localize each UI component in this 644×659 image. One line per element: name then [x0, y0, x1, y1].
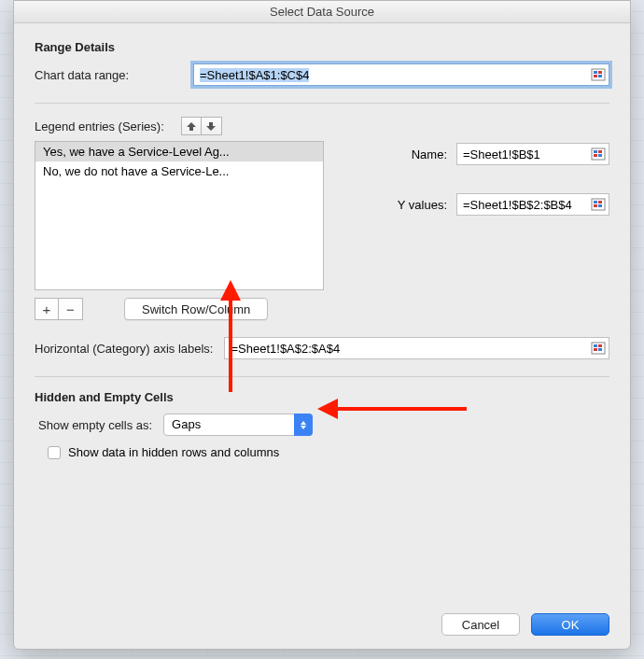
series-yvalues-label: Y values: [367, 198, 447, 212]
svg-rect-1 [594, 71, 597, 74]
dialog-buttons: Cancel OK [441, 613, 609, 636]
remove-series-button[interactable]: − [59, 298, 83, 320]
chart-data-range-label: Chart data range: [35, 68, 193, 82]
move-series-up-button[interactable] [181, 117, 202, 135]
add-remove-series-buttons: + − [35, 298, 83, 320]
chart-data-range-row: Chart data range: [35, 63, 609, 86]
range-picker-icon[interactable] [591, 198, 606, 211]
svg-rect-17 [598, 344, 602, 347]
list-item[interactable]: No, we do not have a Service-Le... [35, 161, 323, 181]
svg-rect-11 [594, 201, 597, 203]
add-series-button[interactable]: + [35, 298, 59, 320]
svg-rect-9 [598, 154, 602, 157]
range-picker-icon[interactable] [591, 68, 606, 81]
series-yvalues-input[interactable] [456, 193, 609, 216]
svg-rect-12 [598, 201, 602, 203]
horizontal-axis-label: Horizontal (Category) axis labels: [35, 342, 213, 356]
ok-button[interactable]: OK [531, 613, 609, 636]
chart-data-range-input[interactable] [193, 63, 609, 86]
legend-right-column: Name: [367, 141, 609, 290]
svg-rect-16 [594, 344, 597, 347]
series-reorder-buttons [181, 117, 222, 135]
svg-rect-6 [594, 150, 597, 153]
show-hidden-row: Show data in hidden rows and columns [48, 445, 609, 459]
series-name-input-wrap [456, 143, 609, 165]
chevron-updown-icon [294, 414, 313, 436]
show-empty-value: Gaps [163, 414, 313, 436]
range-picker-icon[interactable] [591, 342, 606, 355]
legend-entries-label: Legend entries (Series): [35, 119, 164, 133]
move-series-down-button[interactable] [202, 117, 222, 135]
horizontal-axis-row: Horizontal (Category) axis labels: [35, 337, 609, 359]
legend-entries-header: Legend entries (Series): [35, 117, 609, 135]
show-empty-select[interactable]: Gaps [163, 414, 313, 436]
horizontal-axis-input[interactable] [224, 337, 609, 359]
horizontal-axis-input-wrap [224, 337, 609, 359]
series-name-label: Name: [367, 147, 447, 161]
svg-rect-3 [594, 75, 597, 77]
range-details-heading: Range Details [35, 40, 609, 54]
series-listbox[interactable]: Yes, we have a Service-Level Ag... No, w… [35, 141, 324, 290]
dialog-title: Select Data Source [14, 1, 630, 23]
svg-rect-8 [594, 154, 597, 157]
show-empty-label: Show empty cells as: [38, 418, 152, 432]
svg-rect-7 [598, 150, 602, 153]
show-hidden-checkbox[interactable] [48, 446, 61, 459]
chart-data-range-input-wrap [193, 63, 609, 86]
series-yvalues-row: Y values: [367, 193, 609, 216]
switch-row-column-button[interactable]: Switch Row/Column [124, 298, 268, 320]
legend-columns: Yes, we have a Service-Level Ag... No, w… [35, 141, 609, 290]
dialog-content: Range Details Chart data range: L [14, 23, 630, 472]
range-picker-icon[interactable] [591, 147, 606, 161]
svg-rect-4 [598, 75, 602, 77]
svg-rect-18 [594, 348, 597, 351]
show-hidden-label: Show data in hidden rows and columns [68, 445, 279, 459]
show-empty-row: Show empty cells as: Gaps [35, 414, 609, 436]
series-yvalues-input-wrap [456, 193, 609, 216]
series-name-input[interactable] [456, 143, 609, 165]
hidden-empty-heading: Hidden and Empty Cells [35, 390, 609, 404]
svg-rect-13 [594, 204, 597, 207]
divider-2 [35, 376, 609, 377]
select-data-source-dialog: Select Data Source Range Details Chart d… [13, 0, 631, 650]
svg-rect-2 [598, 71, 602, 74]
legend-left-column: Yes, we have a Service-Level Ag... No, w… [35, 141, 324, 290]
divider-1 [35, 103, 609, 104]
series-name-row: Name: [367, 143, 609, 165]
svg-rect-19 [598, 348, 602, 351]
below-list-controls: + − Switch Row/Column [35, 298, 609, 320]
cancel-button[interactable]: Cancel [441, 613, 520, 636]
svg-rect-14 [598, 204, 602, 207]
list-item[interactable]: Yes, we have a Service-Level Ag... [35, 142, 323, 161]
